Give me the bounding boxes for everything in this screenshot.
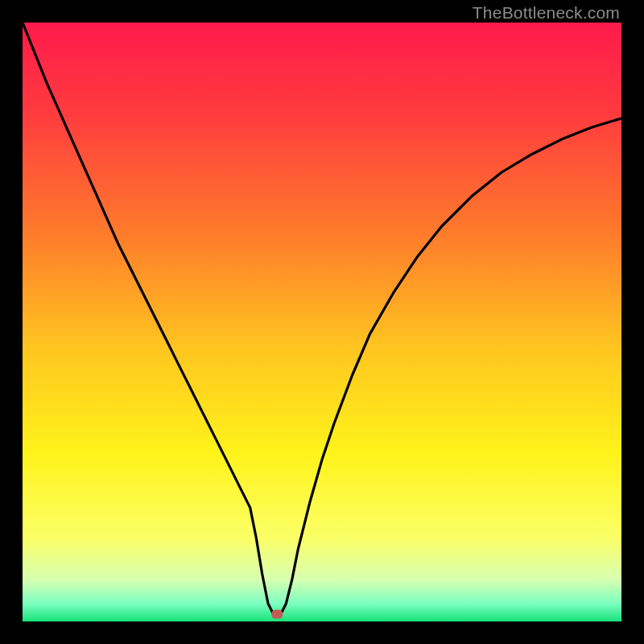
watermark-text: TheBottleneck.com: [473, 3, 620, 23]
chart-frame: TheBottleneck.com: [0, 0, 644, 644]
bottleneck-curve: [23, 23, 621, 621]
plot-area: [23, 23, 621, 621]
optimum-marker: [271, 610, 283, 619]
